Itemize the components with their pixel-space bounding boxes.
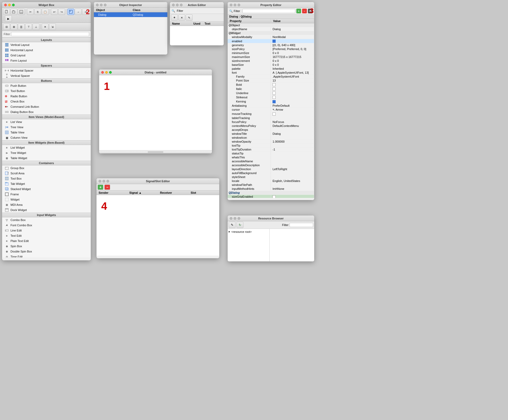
table-row[interactable]: Family .AppleSystemUIFont	[228, 75, 314, 79]
table-row[interactable]: Strikeout	[228, 95, 314, 99]
ss-minimize-button[interactable]	[103, 180, 105, 182]
pe-close-button[interactable]	[230, 4, 232, 6]
list-item[interactable]: Stacked Widget	[2, 186, 91, 192]
ae-edit-action-button[interactable]: ✎	[186, 14, 192, 21]
align-right-button[interactable]: |||	[18, 24, 25, 30]
property-filter-input[interactable]	[242, 9, 296, 13]
list-item[interactable]: Frame	[2, 192, 91, 197]
pe-add-button[interactable]: +	[296, 9, 301, 13]
ae-maximize-button[interactable]	[180, 4, 183, 6]
list-item[interactable]: Horizontal Spacer	[2, 68, 91, 73]
undo-button[interactable]: ↩	[51, 9, 58, 15]
table-row[interactable]: Antialiasing PreferDefault	[228, 104, 314, 107]
close-button[interactable]	[4, 4, 7, 6]
rb-close-button[interactable]	[230, 217, 232, 220]
redo-button[interactable]: ↪	[58, 9, 65, 15]
list-item[interactable]: Tab Widget	[2, 181, 91, 186]
list-item[interactable]: ≡List View	[2, 119, 91, 125]
align-center-button[interactable]: ⊞	[10, 24, 17, 30]
break-layout-button[interactable]: ✕	[42, 24, 49, 30]
table-row[interactable]: Point Size 13	[228, 79, 314, 83]
table-row[interactable]: objectName Dialog	[228, 27, 314, 31]
rb-refresh-button[interactable]: ↻	[237, 222, 243, 228]
table-row[interactable]: acceptDrops	[228, 128, 314, 132]
main-dialog-minimize[interactable]	[105, 71, 108, 74]
table-row[interactable]: Underline	[228, 91, 314, 95]
table-row[interactable]: styleSheet	[228, 175, 314, 179]
list-item[interactable]: ▽Combo Box	[2, 217, 91, 223]
maximize-button[interactable]	[12, 4, 15, 6]
resize-handle[interactable]	[99, 150, 212, 153]
list-item[interactable]: Grid Layout	[2, 53, 91, 58]
table-row[interactable]: sizeIncrement 0 x 0	[228, 59, 314, 63]
list-item[interactable]: ≡List Widget	[2, 145, 91, 150]
table-row[interactable]: toolTip	[228, 143, 314, 147]
copy-button[interactable]: ⎘	[34, 9, 41, 15]
save-button[interactable]	[18, 9, 25, 15]
list-item[interactable]: ▦Column View	[2, 135, 91, 140]
ae-new-action-button[interactable]: +	[171, 14, 178, 21]
table-row[interactable]: accessibleName	[228, 159, 314, 163]
table-row[interactable]: mouseTracking	[228, 112, 314, 116]
table-row[interactable]: windowOpacity 1.000000	[228, 139, 314, 143]
mouse-tracking-checkbox[interactable]	[272, 112, 276, 116]
list-item[interactable]: Tree View	[2, 125, 91, 130]
main-dialog-maximize[interactable]	[109, 71, 112, 74]
open-file-button[interactable]	[10, 9, 17, 15]
kerning-checkbox[interactable]	[272, 100, 276, 103]
list-item[interactable]: Widget	[2, 197, 91, 202]
oi-minimize-button[interactable]	[100, 4, 103, 6]
table-row[interactable]: statusTip	[228, 151, 314, 155]
table-row[interactable]: toolTipDuration -1	[228, 147, 314, 151]
list-item[interactable]: Check Box	[2, 99, 91, 104]
list-item[interactable]: Vertical Layout	[2, 42, 91, 47]
list-item[interactable]: Line Edit	[2, 228, 91, 233]
table-row[interactable]: Kerning	[228, 99, 314, 104]
list-item[interactable]: ⊕Double Spin Box	[2, 249, 91, 254]
list-item[interactable]: Radio Button	[2, 94, 91, 99]
ss-maximize-button[interactable]	[106, 180, 109, 182]
list-item[interactable]: Command Link Button	[2, 104, 91, 109]
list-item[interactable]: ⊞Table Widget	[2, 155, 91, 161]
ae-minimize-button[interactable]	[176, 4, 179, 6]
bold-checkbox[interactable]	[272, 83, 276, 86]
table-row[interactable]: geometry [(0, 0), 640 x 480]	[228, 43, 314, 47]
oi-close-button[interactable]	[96, 4, 99, 6]
list-item[interactable]: AFont Combo Box	[2, 223, 91, 228]
widget-edit-button[interactable]	[67, 9, 74, 15]
minimize-button[interactable]	[8, 4, 11, 6]
list-item[interactable]: ⊞MDI Area	[2, 202, 91, 207]
table-row[interactable]: Italic	[228, 87, 314, 91]
ae-delete-action-button[interactable]: ✕	[178, 14, 185, 21]
table-row[interactable]: windowTitle Dialog	[228, 132, 314, 136]
table-row[interactable]: cursor ↖ Arrow	[228, 107, 314, 112]
rb-edit-button[interactable]: ✎	[229, 222, 236, 228]
table-row[interactable]: baseSize 0 x 0	[228, 63, 314, 67]
preview-button[interactable]: ▶	[5, 15, 12, 22]
oi-maximize-button[interactable]	[104, 4, 106, 6]
table-row[interactable]: windowIcon	[228, 136, 314, 139]
enabled-checkbox[interactable]	[272, 40, 276, 43]
main-dialog-close[interactable]	[101, 71, 104, 74]
table-row[interactable]: ▪ Dialog QDialog	[94, 12, 167, 17]
list-item[interactable]: Horizontal Layout	[2, 47, 91, 53]
list-item[interactable]: Vertical Spacer	[2, 73, 91, 78]
resource-root-item[interactable]: ▸ <resource root>	[229, 230, 268, 233]
table-row[interactable]: windowFilePath	[228, 183, 314, 187]
paste-button[interactable]: 📋	[42, 9, 49, 15]
ss-add-button[interactable]: +	[98, 185, 103, 190]
ss-remove-button[interactable]: −	[104, 185, 110, 190]
table-row[interactable]: sizePolicy [Preferred, Preferred, 0, 0]	[228, 47, 314, 51]
list-item[interactable]: Scroll Area	[2, 171, 91, 176]
table-row[interactable]: minimumSize 0 x 0	[228, 51, 314, 55]
pe-minimize-button[interactable]	[234, 4, 236, 6]
rb-maximize-button[interactable]	[238, 217, 240, 220]
list-item[interactable]: ≡Plain Text Edit	[2, 238, 91, 244]
underline-checkbox[interactable]	[272, 91, 276, 95]
size-grip-checkbox[interactable]	[272, 195, 276, 198]
list-item[interactable]: GBGroup Box	[2, 165, 91, 171]
table-row[interactable]: windowModality NonModal	[228, 35, 314, 39]
list-item[interactable]: Form Layout	[2, 58, 91, 63]
list-item[interactable]: Dialog Button Box	[2, 109, 91, 115]
ss-close-button[interactable]	[99, 180, 101, 182]
